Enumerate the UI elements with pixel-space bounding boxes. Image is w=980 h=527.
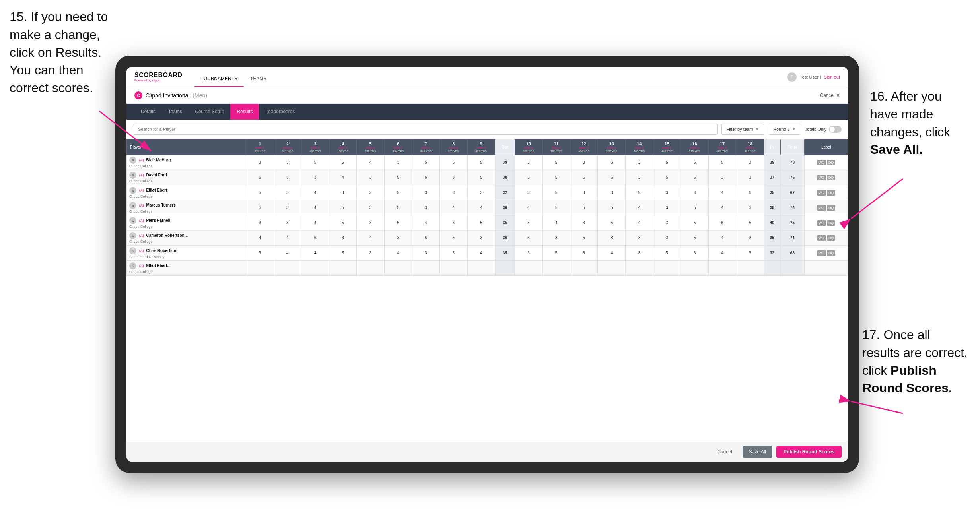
- score-hole-17[interactable]: 4: [708, 231, 736, 246]
- score-hole-12[interactable]: [570, 261, 598, 276]
- score-hole-2[interactable]: 3: [274, 215, 301, 231]
- label-wd[interactable]: WD: [817, 250, 826, 256]
- score-hole-7[interactable]: 3: [412, 185, 440, 200]
- score-hole-2[interactable]: 4: [274, 246, 301, 261]
- score-hole-1[interactable]: 3: [246, 155, 274, 170]
- score-hole-6[interactable]: 5: [384, 215, 412, 231]
- score-hole-5[interactable]: 3: [357, 185, 385, 200]
- score-hole-10[interactable]: 5: [515, 215, 542, 231]
- score-hole-17[interactable]: 4: [708, 185, 736, 200]
- score-hole-12[interactable]: 3: [570, 215, 598, 231]
- score-hole-17[interactable]: 4: [708, 200, 736, 215]
- score-hole-15[interactable]: 5: [653, 155, 681, 170]
- score-hole-4[interactable]: 5: [329, 215, 357, 231]
- score-hole-9[interactable]: 5: [467, 215, 495, 231]
- score-hole-16[interactable]: 5: [681, 231, 709, 246]
- score-hole-9[interactable]: 4: [467, 200, 495, 215]
- score-label[interactable]: [805, 261, 848, 276]
- score-hole-17[interactable]: 3: [708, 170, 736, 185]
- score-label[interactable]: WDDQ: [805, 170, 848, 185]
- score-hole-14[interactable]: 3: [625, 231, 653, 246]
- score-hole-9[interactable]: 5: [467, 170, 495, 185]
- score-hole-15[interactable]: 3: [653, 185, 681, 200]
- score-hole-7[interactable]: 3: [412, 246, 440, 261]
- score-hole-2[interactable]: 3: [274, 170, 301, 185]
- score-hole-3[interactable]: 4: [301, 246, 329, 261]
- score-hole-7[interactable]: [412, 261, 440, 276]
- score-hole-15[interactable]: 3: [653, 215, 681, 231]
- label-dq[interactable]: DQ: [827, 205, 836, 211]
- score-hole-10[interactable]: 6: [515, 231, 542, 246]
- score-hole-5[interactable]: 3: [357, 200, 385, 215]
- label-wd[interactable]: WD: [817, 235, 826, 241]
- score-hole-11[interactable]: 5: [542, 155, 570, 170]
- score-hole-4[interactable]: 5: [329, 200, 357, 215]
- score-hole-12[interactable]: 3: [570, 185, 598, 200]
- score-hole-16[interactable]: 6: [681, 155, 709, 170]
- label-wd[interactable]: WD: [817, 160, 826, 165]
- score-hole-2[interactable]: [274, 261, 301, 276]
- score-hole-1[interactable]: [246, 261, 274, 276]
- score-hole-6[interactable]: 3: [384, 231, 412, 246]
- score-hole-16[interactable]: 5: [681, 215, 709, 231]
- score-hole-18[interactable]: [736, 261, 764, 276]
- score-hole-6[interactable]: [384, 261, 412, 276]
- label-wd[interactable]: WD: [817, 175, 826, 180]
- score-hole-3[interactable]: 5: [301, 155, 329, 170]
- score-hole-17[interactable]: [708, 261, 736, 276]
- score-hole-3[interactable]: [301, 261, 329, 276]
- score-hole-7[interactable]: 6: [412, 170, 440, 185]
- score-hole-14[interactable]: 3: [625, 155, 653, 170]
- score-hole-18[interactable]: 3: [736, 155, 764, 170]
- score-hole-16[interactable]: 5: [681, 200, 709, 215]
- score-hole-8[interactable]: [440, 261, 468, 276]
- score-hole-13[interactable]: 5: [598, 170, 626, 185]
- tab-results[interactable]: Results: [230, 104, 259, 120]
- score-hole-13[interactable]: [598, 261, 626, 276]
- score-hole-13[interactable]: 5: [598, 215, 626, 231]
- cancel-button[interactable]: Cancel: [711, 446, 738, 458]
- save-all-button[interactable]: Save All: [743, 446, 772, 458]
- score-hole-2[interactable]: 3: [274, 200, 301, 215]
- score-hole-9[interactable]: 4: [467, 246, 495, 261]
- score-hole-1[interactable]: 3: [246, 215, 274, 231]
- label-dq[interactable]: DQ: [827, 235, 836, 241]
- score-hole-13[interactable]: 3: [598, 231, 626, 246]
- score-hole-18[interactable]: 3: [736, 200, 764, 215]
- score-hole-4[interactable]: [329, 261, 357, 276]
- score-hole-8[interactable]: 6: [440, 155, 468, 170]
- label-dq[interactable]: DQ: [827, 220, 836, 226]
- score-hole-4[interactable]: 3: [329, 231, 357, 246]
- signout-link[interactable]: Sign out: [824, 75, 840, 79]
- score-hole-2[interactable]: 3: [274, 155, 301, 170]
- score-hole-10[interactable]: 4: [515, 200, 542, 215]
- score-hole-17[interactable]: 5: [708, 155, 736, 170]
- score-hole-12[interactable]: 5: [570, 200, 598, 215]
- score-hole-10[interactable]: [515, 261, 542, 276]
- score-hole-13[interactable]: 5: [598, 200, 626, 215]
- score-hole-14[interactable]: 4: [625, 215, 653, 231]
- score-hole-4[interactable]: 3: [329, 185, 357, 200]
- score-hole-5[interactable]: [357, 261, 385, 276]
- score-hole-1[interactable]: 5: [246, 200, 274, 215]
- nav-tournaments[interactable]: TOURNAMENTS: [194, 67, 244, 87]
- score-hole-18[interactable]: 6: [736, 185, 764, 200]
- score-hole-10[interactable]: 3: [515, 170, 542, 185]
- score-hole-5[interactable]: 4: [357, 155, 385, 170]
- score-hole-17[interactable]: 6: [708, 215, 736, 231]
- score-hole-11[interactable]: 3: [542, 231, 570, 246]
- score-hole-9[interactable]: 5: [467, 155, 495, 170]
- score-hole-7[interactable]: 5: [412, 231, 440, 246]
- label-dq[interactable]: DQ: [827, 160, 836, 165]
- score-hole-8[interactable]: 4: [440, 200, 468, 215]
- nav-teams[interactable]: TEAMS: [244, 67, 273, 87]
- score-hole-12[interactable]: 3: [570, 155, 598, 170]
- score-hole-1[interactable]: 4: [246, 231, 274, 246]
- score-hole-2[interactable]: 3: [274, 185, 301, 200]
- score-hole-5[interactable]: 3: [357, 246, 385, 261]
- score-hole-11[interactable]: 5: [542, 185, 570, 200]
- score-hole-14[interactable]: 3: [625, 246, 653, 261]
- label-dq[interactable]: DQ: [827, 175, 836, 180]
- score-hole-10[interactable]: 3: [515, 246, 542, 261]
- filter-team-dropdown[interactable]: Filter by team ▼: [721, 124, 764, 135]
